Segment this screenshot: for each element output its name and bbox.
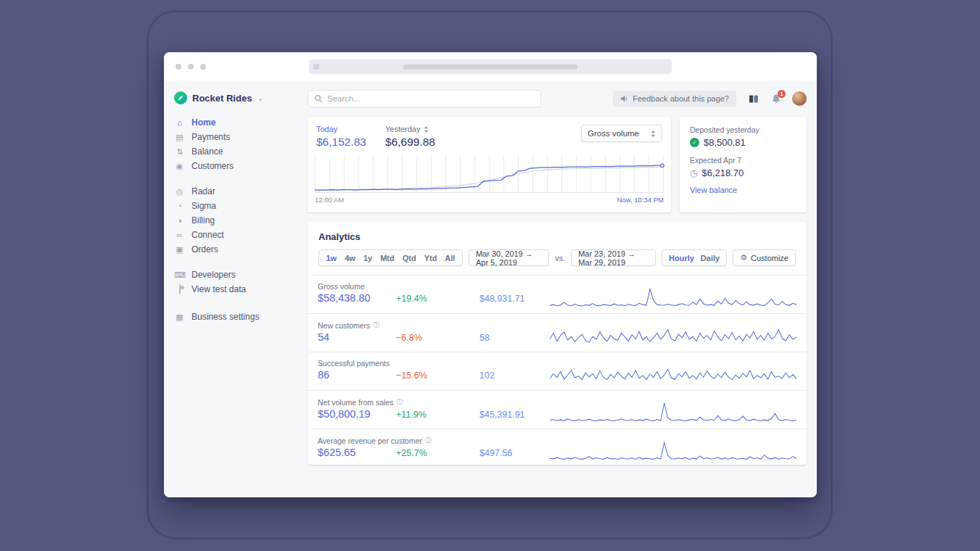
period-all[interactable]: All: [441, 254, 459, 262]
window-control-dot[interactable]: [188, 64, 194, 70]
orders-icon: ▣: [174, 245, 185, 254]
today-value: $6,152.83: [316, 136, 366, 149]
connect-icon: ∞: [174, 231, 185, 239]
chart-end-dot: [661, 164, 664, 167]
avatar[interactable]: [792, 91, 807, 106]
metric-sparkline: [550, 282, 796, 308]
today-line: [315, 165, 664, 190]
metric-row-successful-payments: Successful payments ⓘ 86 −15.6% 102: [308, 352, 807, 390]
feedback-button[interactable]: Feedback about this page?: [613, 91, 736, 107]
metric-compare-value: $48,931.71: [479, 294, 559, 304]
axis-start-label: 12:00 AM: [315, 196, 344, 204]
stepper-icon: [651, 130, 656, 138]
search-input[interactable]: [327, 94, 535, 103]
window-controls: [176, 64, 206, 70]
period-4w[interactable]: 4w: [341, 254, 360, 262]
customize-label: Customize: [751, 254, 788, 262]
info-icon[interactable]: ⓘ: [396, 397, 403, 407]
interval-daily[interactable]: Daily: [701, 254, 720, 262]
sidebar-item-payments[interactable]: ▤ Payments: [174, 130, 297, 144]
yesterday-value: $6,699.88: [385, 136, 435, 149]
chevron-down-icon: ⌄: [257, 94, 263, 102]
yesterday-label[interactable]: Yesterday: [385, 125, 435, 133]
metric-compare-value: $45,391.91: [479, 410, 559, 420]
sidebar-item-business-settings[interactable]: ▦ Business settings: [174, 310, 297, 324]
sidebar-item-radar[interactable]: ◎ Radar: [174, 184, 297, 199]
window-control-dot[interactable]: [176, 64, 181, 70]
sidebar-item-developers[interactable]: ⌨ Developers: [174, 268, 297, 282]
chart-axis-labels: 12:00 AM Now, 10:34 PM: [308, 193, 671, 204]
sidebar-item-orders[interactable]: ▣ Orders: [174, 242, 297, 257]
sidebar-item-home[interactable]: ⌂ Home: [174, 115, 297, 130]
sidebar-item-connect[interactable]: ∞ Connect: [174, 228, 297, 242]
test-data-toggle-icon[interactable]: [179, 284, 181, 294]
search-box[interactable]: [308, 90, 541, 107]
account-switcher[interactable]: Rocket Rides ⌄: [174, 91, 297, 104]
settings-icon: ▦: [174, 312, 185, 322]
sidebar: Rocket Rides ⌄ ⌂ Home ▤ Payments ⇅ Balan…: [164, 81, 297, 497]
analytics-title: Analytics: [318, 231, 796, 242]
sidebar-item-billing[interactable]: ◑ Billing: [174, 213, 297, 228]
gross-volume-chart: [315, 155, 664, 193]
customize-button[interactable]: ⚙ Customize: [733, 249, 796, 266]
account-name: Rocket Rides: [192, 93, 252, 104]
period-1y[interactable]: 1y: [359, 254, 376, 262]
vs-label: vs.: [555, 254, 565, 262]
browser-chrome: [164, 52, 817, 81]
gear-icon: ⚙: [740, 253, 747, 262]
today-metric: Today $6,152.83: [316, 125, 366, 149]
view-balance-link[interactable]: View balance: [690, 186, 796, 194]
period-qtd[interactable]: Qtd: [398, 254, 420, 262]
info-icon[interactable]: ⓘ: [425, 436, 432, 445]
metric-row-gross-volume: Gross volume ⓘ $58,438.80 +19.4% $48,931…: [308, 275, 807, 313]
balance-icon: ⇅: [174, 147, 185, 157]
interval-hourly[interactable]: Hourly: [669, 254, 694, 262]
dashboard-app: Rocket Rides ⌄ ⌂ Home ▤ Payments ⇅ Balan…: [164, 81, 817, 497]
rocket-rides-logo: [174, 91, 187, 104]
yesterday-line: [315, 167, 664, 191]
docs-icon: [749, 94, 759, 104]
analytics-controls: 1w 4w 1y Mtd Qtd Ytd All Mar 30, 2019 → …: [318, 249, 796, 266]
metric-change: −15.6%: [396, 370, 479, 381]
topbar: Feedback about this page? 1: [308, 90, 807, 107]
sidebar-item-label: Radar: [192, 186, 215, 196]
deposits-card: Deposited yesterday ✓ $8,500.81 Expected…: [680, 117, 807, 212]
sidebar-item-balance[interactable]: ⇅ Balance: [174, 144, 297, 159]
docs-button[interactable]: [749, 94, 759, 104]
today-label: Today: [316, 125, 366, 133]
metric-value: $50,800.19: [318, 408, 396, 420]
sidebar-item-label: Balance: [192, 146, 223, 157]
metric-select[interactable]: Gross volume: [581, 125, 662, 142]
period-mtd[interactable]: Mtd: [376, 254, 399, 262]
browser-url-bar[interactable]: [309, 59, 672, 74]
deposited-label: Deposited yesterday: [690, 125, 796, 134]
date-range-compare[interactable]: Mar 23, 2019 → Mar 29, 2019: [571, 249, 656, 266]
date-range-primary[interactable]: Mar 30, 2019 → Apr 5, 2019: [469, 249, 549, 266]
metric-select-value: Gross volume: [588, 129, 639, 138]
sidebar-item-view-test-data[interactable]: View test data: [174, 282, 297, 297]
metric-value: $58,438.80: [318, 292, 396, 304]
metric-value: $625.65: [318, 447, 396, 458]
sidebar-item-label: Billing: [192, 215, 215, 225]
sidebar-item-label: Home: [192, 117, 215, 128]
metric-sparkline: [550, 397, 796, 423]
period-ytd[interactable]: Ytd: [420, 254, 441, 262]
sidebar-item-label: Business settings: [192, 312, 259, 322]
period-1w[interactable]: 1w: [322, 254, 341, 262]
metric-compare-value: 58: [479, 333, 559, 343]
overview-row: Today $6,152.83 Yesterday $6,699.88: [308, 117, 807, 212]
analytics-card: Analytics 1w 4w 1y Mtd Qtd Ytd All Mar 3…: [308, 222, 807, 465]
metric-row-average-revenue: Average revenue per customer ⓘ $625.65 +…: [308, 428, 807, 467]
notifications-button[interactable]: 1: [771, 94, 781, 104]
window-control-dot[interactable]: [200, 64, 206, 70]
period-segmented-control: 1w 4w 1y Mtd Qtd Ytd All: [318, 249, 463, 266]
metric-change: +19.4%: [396, 294, 479, 304]
url-text-placeholder: [403, 65, 577, 70]
sidebar-item-sigma[interactable]: ◔ Sigma: [174, 199, 297, 213]
sidebar-item-customers[interactable]: ◉ Customers: [174, 159, 297, 173]
metric-change: +25.7%: [396, 448, 479, 458]
info-icon[interactable]: ⓘ: [373, 320, 379, 330]
sidebar-item-label: Developers: [192, 270, 236, 280]
payments-icon: ▤: [174, 133, 185, 142]
expected-value: $6,218.70: [701, 167, 744, 178]
